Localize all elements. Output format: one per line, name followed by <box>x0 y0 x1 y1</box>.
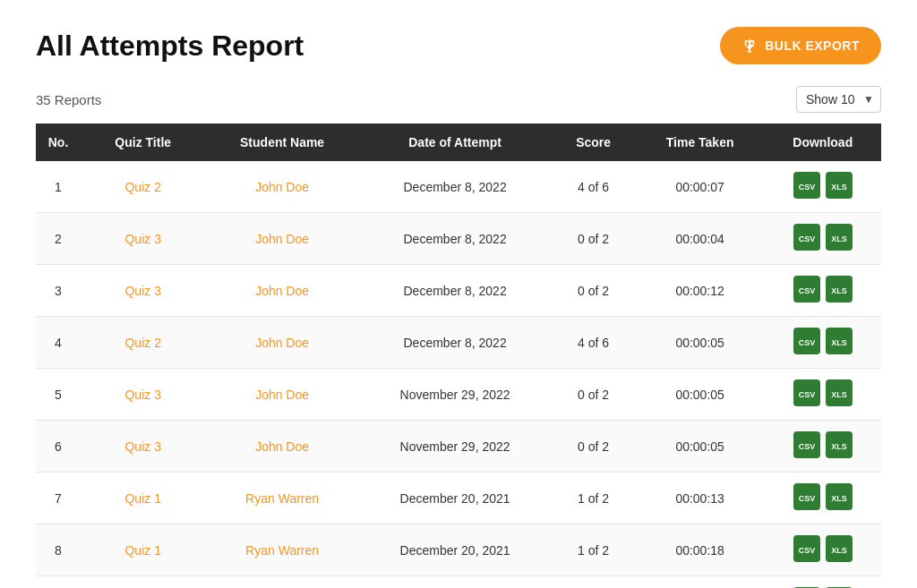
xls-download-icon[interactable]: XLS <box>826 276 853 305</box>
cell-no: 3 <box>36 265 81 317</box>
cell-student: Ryan Warren <box>205 473 358 524</box>
cell-date: December 8, 2022 <box>359 317 552 369</box>
cell-download: CSV XLS <box>765 265 882 317</box>
quiz-link[interactable]: Quiz 3 <box>124 388 160 402</box>
csv-download-icon[interactable]: CSV <box>793 535 820 565</box>
student-link[interactable]: John Doe <box>255 388 309 402</box>
cell-date: December 8, 2022 <box>359 213 552 265</box>
cell-no: 4 <box>36 317 81 369</box>
quiz-link[interactable]: Quiz 1 <box>124 491 160 506</box>
cell-download: CSV XLS <box>765 369 882 421</box>
svg-text:CSV: CSV <box>798 390 815 399</box>
svg-text:XLS: XLS <box>831 183 847 192</box>
cell-download: CSV XLS <box>765 576 882 589</box>
cell-date: November 29, 2022 <box>359 421 552 473</box>
cell-time: 00:00:05 <box>636 317 765 369</box>
csv-download-icon[interactable]: CSV <box>793 224 820 253</box>
cell-download: CSV XLS <box>765 421 882 473</box>
student-link[interactable]: Ryan Warren <box>245 491 319 506</box>
cell-quiz: Quiz 1 <box>81 473 205 524</box>
cell-time: 00:00:18 <box>636 524 765 576</box>
cell-date: December 8, 2022 <box>359 161 552 213</box>
cell-time: 00:00:20 <box>636 576 765 589</box>
cell-student: Ryan Warren <box>205 524 358 576</box>
svg-text:XLS: XLS <box>831 494 847 503</box>
cell-student: John Doe <box>205 161 358 213</box>
show-select-wrapper[interactable]: Show 10 Show 25 Show 50 ▼ <box>796 86 881 113</box>
table-row: 3 Quiz 3 John Doe December 8, 2022 0 of … <box>36 265 881 317</box>
quiz-link[interactable]: Quiz 2 <box>124 336 160 350</box>
table-row: 9 Quiz 1 Ryan Warren December 20, 2021 1… <box>36 576 881 589</box>
cell-no: 6 <box>36 421 81 473</box>
cell-download: CSV XLS <box>765 213 882 265</box>
xls-download-icon[interactable]: XLS <box>826 483 853 513</box>
svg-text:XLS: XLS <box>831 234 847 243</box>
csv-download-icon[interactable]: CSV <box>793 431 820 461</box>
xls-download-icon[interactable]: XLS <box>826 224 853 253</box>
csv-download-icon[interactable]: CSV <box>793 172 820 201</box>
page-title: All Attempts Report <box>36 30 304 63</box>
reports-count: 35 Reports <box>36 92 101 107</box>
cell-date: December 20, 2021 <box>359 473 552 524</box>
cell-quiz: Quiz 3 <box>81 421 205 473</box>
svg-text:CSV: CSV <box>798 338 815 347</box>
cell-quiz: Quiz 1 <box>81 576 205 589</box>
student-link[interactable]: John Doe <box>255 439 309 454</box>
table-row: 7 Quiz 1 Ryan Warren December 20, 2021 1… <box>36 473 881 524</box>
table-row: 1 Quiz 2 John Doe December 8, 2022 4 of … <box>36 161 881 213</box>
cell-date: December 8, 2022 <box>359 265 552 317</box>
cell-date: December 20, 2021 <box>359 524 552 576</box>
student-link[interactable]: Ryan Warren <box>245 543 319 558</box>
cell-quiz: Quiz 2 <box>81 317 205 369</box>
col-time: Time Taken <box>636 124 765 161</box>
table-row: 2 Quiz 3 John Doe December 8, 2022 0 of … <box>36 213 881 265</box>
xls-download-icon[interactable]: XLS <box>826 328 853 357</box>
xls-download-icon[interactable]: XLS <box>826 431 853 461</box>
xls-download-icon[interactable]: XLS <box>826 379 853 409</box>
cell-score: 1 of 2 <box>551 473 635 524</box>
student-link[interactable]: John Doe <box>255 180 309 194</box>
attempts-table: No. Quiz Title Student Name Date of Atte… <box>36 124 881 588</box>
quiz-link[interactable]: Quiz 3 <box>124 232 160 246</box>
xls-download-icon[interactable]: XLS <box>826 172 853 201</box>
cell-score: 4 of 6 <box>551 317 635 369</box>
svg-text:XLS: XLS <box>831 442 847 451</box>
student-link[interactable]: John Doe <box>255 284 309 298</box>
quiz-link[interactable]: Quiz 1 <box>124 543 160 558</box>
show-select[interactable]: Show 10 Show 25 Show 50 <box>796 86 881 113</box>
cell-time: 00:00:12 <box>636 265 765 317</box>
cell-score: 0 of 2 <box>551 265 635 317</box>
col-score: Score <box>551 124 635 161</box>
cell-no: 7 <box>36 473 81 524</box>
cell-download: CSV XLS <box>765 473 882 524</box>
cell-student: John Doe <box>205 421 358 473</box>
cell-no: 9 <box>36 576 81 589</box>
csv-download-icon[interactable]: CSV <box>793 379 820 409</box>
svg-text:CSV: CSV <box>798 183 815 192</box>
xls-download-icon[interactable]: XLS <box>826 535 853 565</box>
cell-score: 1 of 2 <box>551 524 635 576</box>
svg-text:CSV: CSV <box>798 442 815 451</box>
quiz-link[interactable]: Quiz 2 <box>124 180 160 194</box>
col-date: Date of Attempt <box>359 124 552 161</box>
cell-student: John Doe <box>205 317 358 369</box>
quiz-link[interactable]: Quiz 3 <box>124 284 160 298</box>
cell-time: 00:00:04 <box>636 213 765 265</box>
col-download: Download <box>765 124 882 161</box>
cell-date: November 29, 2022 <box>359 369 552 421</box>
csv-download-icon[interactable]: CSV <box>793 276 820 305</box>
cell-time: 00:00:05 <box>636 369 765 421</box>
csv-download-icon[interactable]: CSV <box>793 483 820 513</box>
bulk-export-button[interactable]: BULK EXPORT <box>720 27 881 64</box>
svg-text:XLS: XLS <box>831 390 847 399</box>
cell-time: 00:00:13 <box>636 473 765 524</box>
csv-download-icon[interactable]: CSV <box>793 328 820 357</box>
quiz-link[interactable]: Quiz 3 <box>124 439 160 454</box>
student-link[interactable]: John Doe <box>255 336 309 350</box>
svg-text:XLS: XLS <box>831 546 847 555</box>
student-link[interactable]: John Doe <box>255 232 309 246</box>
cell-date: December 20, 2021 <box>359 576 552 589</box>
cell-score: 0 of 2 <box>551 421 635 473</box>
table-row: 8 Quiz 1 Ryan Warren December 20, 2021 1… <box>36 524 881 576</box>
table-row: 4 Quiz 2 John Doe December 8, 2022 4 of … <box>36 317 881 369</box>
